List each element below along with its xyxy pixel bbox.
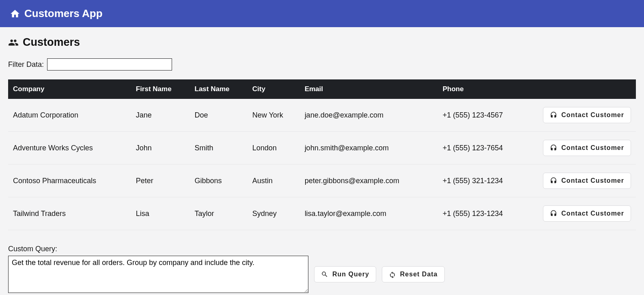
main-content: Customers Filter Data: Company First Nam…: [0, 27, 644, 295]
cell: Tailwind Traders: [8, 197, 132, 230]
app-title: Customers App: [24, 7, 103, 20]
app-header: Customers App: [0, 0, 644, 27]
contact-customer-button[interactable]: Contact Customer: [543, 205, 631, 222]
table-row: Adatum CorporationJaneDoeNew Yorkjane.do…: [8, 99, 636, 132]
headset-icon: [550, 210, 557, 217]
run-query-button[interactable]: Run Query: [314, 266, 376, 282]
headset-icon: [550, 111, 557, 119]
cell-action: Contact Customer: [530, 197, 636, 230]
people-icon: [8, 37, 19, 48]
table-head: Company First Name Last Name City Email …: [8, 79, 636, 99]
reset-data-label: Reset Data: [400, 271, 438, 278]
cell: Taylor: [191, 197, 248, 230]
col-phone: Phone: [439, 79, 530, 99]
cell: Sydney: [248, 197, 301, 230]
contact-customer-button[interactable]: Contact Customer: [543, 107, 631, 123]
contact-customer-button[interactable]: Contact Customer: [543, 140, 631, 156]
cell: Austin: [248, 165, 301, 197]
cell-action: Contact Customer: [530, 165, 636, 197]
table-row: Contoso PharmaceuticalsPeterGibbonsAusti…: [8, 165, 636, 197]
table-row: Adventure Works CyclesJohnSmithLondonjoh…: [8, 132, 636, 165]
cell: +1 (555) 321-1234: [439, 165, 530, 197]
contact-customer-label: Contact Customer: [561, 210, 624, 217]
run-query-label: Run Query: [332, 271, 369, 278]
query-section: Custom Query: Run Query Reset Data: [8, 245, 636, 293]
customers-table: Company First Name Last Name City Email …: [8, 79, 636, 230]
query-textarea[interactable]: [8, 256, 308, 293]
cell: Peter: [132, 165, 191, 197]
cell-action: Contact Customer: [530, 132, 636, 165]
filter-row: Filter Data:: [8, 58, 636, 71]
cell: Smith: [191, 132, 248, 165]
cell: +1 (555) 123-7654: [439, 132, 530, 165]
col-last-name: Last Name: [191, 79, 248, 99]
cell: +1 (555) 123-1234: [439, 197, 530, 230]
customers-table-wrap: Company First Name Last Name City Email …: [8, 79, 636, 230]
col-actions: [530, 79, 636, 99]
table-row: Tailwind TradersLisaTaylorSydneylisa.tay…: [8, 197, 636, 230]
headset-icon: [550, 177, 557, 184]
cell: jane.doe@example.com: [301, 99, 439, 132]
table-body: Adatum CorporationJaneDoeNew Yorkjane.do…: [8, 99, 636, 230]
headset-icon: [550, 144, 557, 152]
contact-customer-label: Contact Customer: [561, 144, 624, 152]
cell: Gibbons: [191, 165, 248, 197]
cell: London: [248, 132, 301, 165]
page-title-row: Customers: [8, 36, 636, 49]
cell: Jane: [132, 99, 191, 132]
cell-action: Contact Customer: [530, 99, 636, 132]
home-icon: [10, 9, 20, 19]
query-label: Custom Query:: [8, 245, 636, 253]
col-city: City: [248, 79, 301, 99]
cell: Doe: [191, 99, 248, 132]
contact-customer-label: Contact Customer: [561, 177, 624, 184]
cell: Adventure Works Cycles: [8, 132, 132, 165]
contact-customer-label: Contact Customer: [561, 111, 624, 119]
filter-label: Filter Data:: [8, 60, 44, 69]
reset-data-button[interactable]: Reset Data: [382, 266, 445, 282]
col-first-name: First Name: [132, 79, 191, 99]
contact-customer-button[interactable]: Contact Customer: [543, 173, 631, 189]
cell: peter.gibbons@example.com: [301, 165, 439, 197]
search-icon: [321, 271, 328, 278]
cell: Adatum Corporation: [8, 99, 132, 132]
col-company: Company: [8, 79, 132, 99]
col-email: Email: [301, 79, 439, 99]
cell: Lisa: [132, 197, 191, 230]
refresh-icon: [389, 271, 396, 278]
page-title: Customers: [23, 36, 80, 49]
cell: +1 (555) 123-4567: [439, 99, 530, 132]
filter-input[interactable]: [47, 58, 172, 71]
cell: Contoso Pharmaceuticals: [8, 165, 132, 197]
cell: New York: [248, 99, 301, 132]
cell: John: [132, 132, 191, 165]
cell: john.smith@example.com: [301, 132, 439, 165]
cell: lisa.taylor@example.com: [301, 197, 439, 230]
